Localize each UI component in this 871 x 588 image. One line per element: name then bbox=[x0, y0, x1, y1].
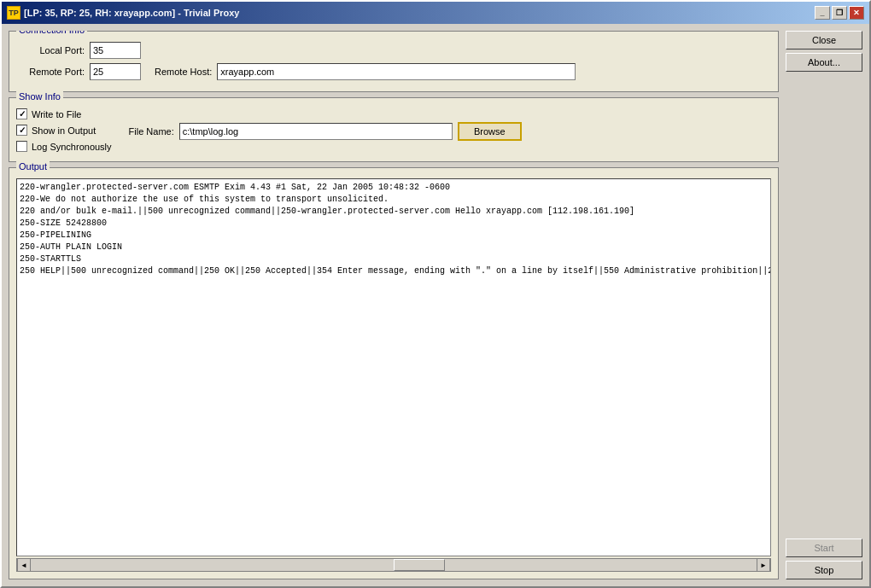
output-area[interactable]: 220-wrangler.protected-server.com ESMTP … bbox=[16, 178, 771, 556]
output-groupbox: Output 220-wrangler.protected-server.com… bbox=[9, 167, 779, 579]
show-in-output-checkbox[interactable] bbox=[16, 125, 27, 136]
scroll-track[interactable] bbox=[31, 559, 757, 571]
close-button[interactable]: Close bbox=[786, 31, 862, 49]
show-info-group: Show Info Write to File Show in Output bbox=[9, 97, 779, 162]
output-line: 250-SIZE 52428800 bbox=[20, 218, 768, 230]
show-in-output-row: Show in Output bbox=[16, 125, 112, 136]
output-line: 220-wrangler.protected-server.com ESMTP … bbox=[20, 182, 768, 194]
horizontal-scrollbar[interactable]: ◄ ► bbox=[16, 558, 771, 572]
show-info-label: Show Info bbox=[16, 91, 63, 102]
side-buttons: Close About... Start Stop bbox=[786, 31, 862, 579]
app-icon: TP bbox=[7, 6, 20, 20]
output-line: 250-STARTTLS bbox=[20, 253, 768, 265]
window-close-button[interactable]: ✕ bbox=[849, 6, 864, 20]
scroll-left-button[interactable]: ◄ bbox=[17, 558, 31, 572]
title-buttons: _ ❐ ✕ bbox=[815, 6, 864, 20]
stop-button[interactable]: Stop bbox=[786, 561, 862, 579]
write-to-file-label: Write to File bbox=[32, 109, 81, 119]
output-line: 250-AUTH PLAIN LOGIN bbox=[20, 242, 768, 253]
main-window: TP [LP: 35, RP: 25, RH: xrayapp.com] - T… bbox=[0, 0, 871, 588]
restore-button[interactable]: ❐ bbox=[832, 6, 847, 20]
window-title: [LP: 35, RP: 25, RH: xrayapp.com] - Triv… bbox=[24, 8, 239, 18]
local-port-label: Local Port: bbox=[16, 45, 85, 55]
output-line: 220-We do not authorize the use of this … bbox=[20, 194, 768, 206]
log-sync-label: Log Synchronously bbox=[32, 142, 112, 152]
show-in-output-label: Show in Output bbox=[32, 125, 96, 136]
local-port-row: Local Port: bbox=[16, 42, 771, 59]
output-line: 250 HELP||500 unrecognized command||250 … bbox=[20, 265, 768, 277]
write-to-file-row: Write to File bbox=[16, 108, 112, 119]
show-info-right: File Name: Browse bbox=[129, 108, 771, 154]
local-port-input[interactable] bbox=[90, 42, 141, 59]
show-info-left: Write to File Show in Output Log Synchro… bbox=[16, 108, 112, 154]
start-button[interactable]: Start bbox=[786, 539, 862, 557]
log-sync-row: Log Synchronously bbox=[16, 141, 112, 152]
title-bar-left: TP [LP: 35, RP: 25, RH: xrayapp.com] - T… bbox=[7, 6, 239, 20]
show-info-content: Write to File Show in Output Log Synchro… bbox=[16, 108, 771, 154]
remote-row: Remote Port: Remote Host: bbox=[16, 63, 771, 80]
window-content: Connection Info Local Port: Remote Port:… bbox=[2, 24, 869, 586]
browse-button[interactable]: Browse bbox=[458, 122, 522, 141]
file-name-input[interactable] bbox=[179, 123, 453, 140]
connection-info-group: Connection Info Local Port: Remote Port:… bbox=[9, 31, 779, 92]
scroll-thumb[interactable] bbox=[394, 559, 445, 571]
minimize-button[interactable]: _ bbox=[815, 6, 830, 20]
log-sync-checkbox[interactable] bbox=[16, 141, 27, 152]
remote-port-input[interactable] bbox=[90, 63, 141, 80]
scroll-right-button[interactable]: ► bbox=[757, 558, 770, 572]
output-label: Output bbox=[16, 161, 50, 172]
write-to-file-checkbox[interactable] bbox=[16, 108, 27, 119]
about-button[interactable]: About... bbox=[786, 53, 862, 72]
output-group: Output 220-wrangler.protected-server.com… bbox=[9, 167, 779, 579]
remote-port-label: Remote Port: bbox=[16, 67, 85, 77]
output-line: 220 and/or bulk e-mail.||500 unrecognize… bbox=[20, 206, 768, 218]
main-area: Connection Info Local Port: Remote Port:… bbox=[9, 31, 779, 579]
remote-host-input[interactable] bbox=[217, 63, 576, 80]
title-bar: TP [LP: 35, RP: 25, RH: xrayapp.com] - T… bbox=[2, 2, 869, 24]
remote-host-label: Remote Host: bbox=[155, 67, 212, 77]
connection-info-label: Connection Info bbox=[16, 31, 87, 35]
file-name-label: File Name: bbox=[129, 126, 174, 137]
output-line: 250-PIPELINING bbox=[20, 230, 768, 242]
